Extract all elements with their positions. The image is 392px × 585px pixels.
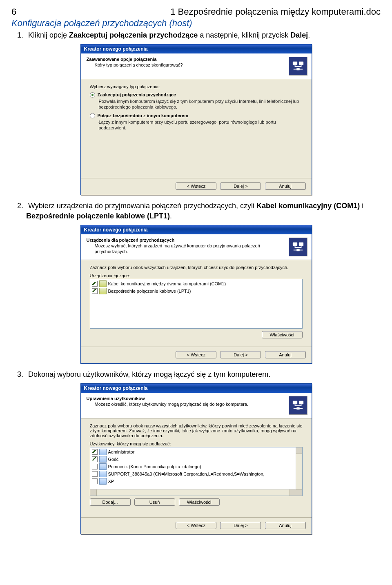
back-button[interactable]: < Wstecz: [176, 351, 216, 358]
wizard-header: Urządzenia dla połączeń przychodzących M…: [81, 234, 312, 260]
list-item[interactable]: Kabel komunikacyjny między dwoma kompute…: [92, 280, 301, 287]
wizard-footer: < Wstecz Dalej > Anuluj: [81, 178, 312, 195]
wizard-header: Uprawnienia użytkowników Możesz określić…: [81, 393, 312, 418]
list-item[interactable]: Administrator: [92, 448, 295, 456]
svg-rect-2: [296, 68, 300, 71]
wizard-header: Zaawansowane opcje połączenia Który typ …: [81, 53, 312, 79]
radio-direct-connect[interactable]: Połącz bezpośrednio z innym komputerem: [90, 113, 303, 119]
checkbox-icon[interactable]: [92, 288, 98, 294]
remove-button[interactable]: Usuń: [134, 498, 175, 506]
wizard-body: Zaznacz pola wyboru obok wszystkich urzą…: [81, 260, 312, 347]
radio-accept-desc: Pozwala innym komputerom łączyć się z ty…: [99, 99, 303, 110]
modem-icon: [99, 288, 107, 294]
properties-button[interactable]: Właściwości: [179, 498, 220, 506]
wizard-dialog-2: Kreator nowego połączenia Urządzenia dla…: [80, 225, 312, 364]
page-header: 6 1 Bezpośrednie połączenia między kompu…: [11, 7, 381, 17]
list-item[interactable]: XP: [92, 478, 295, 485]
back-button[interactable]: < Wstecz: [176, 182, 216, 190]
radio-direct-desc: Łączy z innym komputerem przy użyciu por…: [99, 120, 303, 131]
network-icon: [289, 57, 307, 76]
instruction-label: Zaznacz pola wyboru obok nazw wszystkich…: [90, 423, 303, 438]
network-icon: [289, 238, 307, 256]
user-icon: [99, 478, 107, 485]
wizard-body: Wybierz wymagany typ połączenia: Zaakcep…: [81, 79, 312, 178]
wizard-subheading: Który typ połączenia chcesz skonfigurowa…: [95, 62, 266, 68]
checkbox-icon[interactable]: [92, 464, 98, 469]
device-listbox[interactable]: Kabel komunikacyjny między dwoma kompute…: [90, 279, 303, 329]
checkbox-icon[interactable]: [92, 478, 98, 484]
wizard-heading: Uprawnienia użytkowników: [87, 396, 307, 401]
wizard-heading: Urządzenia dla połączeń przychodzących: [87, 238, 307, 242]
list-item[interactable]: Bezpośrednie połączenie kablowe (LPT1): [92, 287, 301, 295]
checkbox-icon[interactable]: [92, 449, 98, 455]
list-item[interactable]: Pomocnik (Konto Pomocnika pulpitu zdalne…: [92, 463, 295, 470]
next-button[interactable]: Dalej >: [220, 182, 261, 190]
svg-rect-6: [292, 401, 297, 404]
list-label: Użytkownicy, którzy mogą się podłączać:: [90, 441, 303, 446]
user-listbox[interactable]: Administrator Gość Pomocnik (Konto Pomoc…: [90, 447, 303, 496]
cancel-button[interactable]: Anuluj: [265, 522, 306, 529]
titlebar: Kreator nowego połączenia: [81, 44, 312, 53]
wizard-dialog-1: Kreator nowego połączenia Zaawansowane o…: [80, 44, 312, 195]
svg-rect-4: [298, 242, 303, 246]
wizard-subheading: Możesz określić, którzy użytkownicy mogą…: [95, 402, 266, 407]
svg-rect-7: [298, 401, 303, 404]
instruction-label: Zaznacz pola wyboru obok wszystkich urzą…: [90, 265, 303, 270]
list-label: Urządzenia łączące:: [90, 273, 303, 278]
next-button[interactable]: Dalej >: [220, 522, 261, 529]
cancel-button[interactable]: Anuluj: [265, 351, 306, 358]
user-icon: [99, 463, 107, 470]
user-icon: [99, 449, 107, 455]
wizard-heading: Zaawansowane opcje połączenia: [87, 57, 307, 62]
checkbox-icon[interactable]: [92, 456, 98, 462]
svg-rect-1: [298, 62, 303, 65]
modem-icon: [99, 280, 107, 287]
titlebar: Kreator nowego połączenia: [81, 384, 312, 393]
vertical-scrollbar[interactable]: [296, 447, 302, 496]
wizard-footer: < Wstecz Dalej > Anuluj: [81, 347, 312, 363]
svg-rect-5: [296, 249, 300, 251]
wizard-dialog-3: Kreator nowego połączenia Uprawnienia uż…: [80, 383, 312, 534]
wizard-subheading: Możesz wybrać, których urządzeń ma używa…: [95, 243, 266, 255]
back-button[interactable]: < Wstecz: [176, 522, 216, 529]
wizard-footer: < Wstecz Dalej > Anuluj: [81, 517, 312, 534]
doc-title: 1 Bezpośrednie połączenia między kompute…: [170, 7, 381, 17]
user-icon: [99, 456, 107, 463]
list-item[interactable]: Gość: [92, 456, 295, 463]
radio-accept-incoming[interactable]: Zaakceptuj połączenia przychodzące: [90, 92, 303, 98]
svg-rect-8: [296, 407, 300, 410]
step-1: 1. Kliknij opcję Zaakceptuj połączenia p…: [26, 30, 381, 40]
horizontal-scrollbar[interactable]: [90, 489, 296, 496]
network-icon: [289, 396, 307, 415]
wizard-body: Zaznacz pola wyboru obok nazw wszystkich…: [81, 418, 312, 517]
user-icon: [99, 471, 107, 477]
add-button[interactable]: Dodaj...: [90, 498, 131, 506]
list-item[interactable]: SUPPORT_388945a0 (CN=Microsoft Corporati…: [92, 470, 295, 478]
svg-rect-0: [292, 62, 297, 65]
step-3: 3. Dokonaj wyboru użytkowników, którzy m…: [26, 369, 381, 379]
next-button[interactable]: Dalej >: [220, 351, 261, 358]
checkbox-icon[interactable]: [92, 471, 98, 477]
properties-button[interactable]: Właściwości: [262, 331, 303, 338]
svg-rect-3: [292, 242, 297, 246]
titlebar: Kreator nowego połączenia: [81, 225, 312, 234]
page-number: 6: [11, 7, 16, 17]
section-title: Konfiguracja połączeń przychodzących (ho…: [11, 18, 381, 29]
cancel-button[interactable]: Anuluj: [265, 182, 306, 190]
checkbox-icon[interactable]: [92, 281, 98, 287]
step-2: 2. Wybierz urządzenia do przyjmowania po…: [26, 201, 381, 221]
prompt-label: Wybierz wymagany typ połączenia:: [90, 84, 303, 89]
